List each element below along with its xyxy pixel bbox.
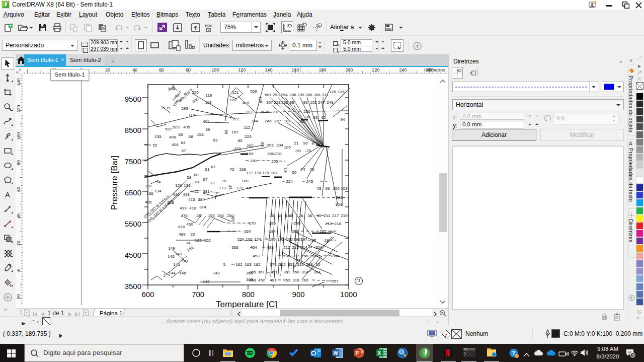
- svg-text:76: 76: [310, 167, 314, 172]
- svg-text:167: 167: [231, 130, 238, 134]
- svg-text:263: 263: [301, 278, 308, 282]
- svg-text:409: 409: [169, 135, 176, 139]
- svg-text:W: W: [334, 350, 339, 356]
- svg-text:240: 240: [399, 67, 407, 73]
- svg-text:59: 59: [206, 127, 210, 132]
- svg-text:60: 60: [159, 67, 164, 73]
- svg-text:559: 559: [250, 89, 257, 94]
- svg-text:179: 179: [262, 171, 269, 175]
- svg-text:-185: -185: [268, 221, 276, 226]
- svg-text:-202: -202: [312, 254, 321, 258]
- svg-text:8500: 8500: [125, 126, 141, 134]
- svg-text:-264: -264: [314, 245, 323, 250]
- svg-text:62: 62: [211, 165, 216, 169]
- svg-text:100: 100: [16, 132, 21, 139]
- svg-text:140: 140: [203, 279, 210, 284]
- svg-text:247: 247: [318, 100, 325, 105]
- svg-text:266: 266: [301, 254, 308, 258]
- svg-text:40: 40: [317, 213, 321, 218]
- svg-text:69: 69: [195, 180, 199, 184]
- svg-text:148: 148: [179, 271, 186, 275]
- svg-text:PS: PS: [464, 348, 467, 351]
- svg-text:223: 223: [245, 134, 252, 139]
- svg-text:121: 121: [232, 90, 239, 95]
- svg-text:84: 84: [224, 129, 229, 134]
- svg-text:87: 87: [312, 141, 316, 146]
- svg-text:365: 365: [249, 270, 256, 274]
- svg-text:366: 366: [231, 245, 238, 250]
- svg-text:-364: -364: [331, 254, 340, 258]
- svg-text:100: 100: [333, 186, 340, 191]
- svg-text:67: 67: [203, 177, 208, 182]
- svg-text:145: 145: [173, 262, 180, 267]
- svg-text:126: 126: [338, 90, 345, 94]
- svg-text:446: 446: [173, 192, 180, 197]
- svg-text:99: 99: [303, 141, 308, 146]
- svg-text:416: 416: [189, 206, 196, 210]
- svg-text:14: 14: [186, 241, 191, 245]
- svg-text:131: 131: [184, 183, 191, 188]
- svg-text:700: 700: [192, 290, 204, 299]
- svg-text:257: 257: [332, 279, 339, 283]
- svg-text:-183: -183: [266, 245, 274, 250]
- svg-text:-208: -208: [290, 229, 299, 234]
- svg-text:141: 141: [182, 259, 189, 263]
- svg-text:129: 129: [175, 183, 182, 188]
- svg-text:220: 220: [372, 67, 379, 73]
- svg-text:362: 362: [279, 262, 286, 267]
- svg-text:5500: 5500: [125, 220, 141, 228]
- svg-text:34: 34: [278, 213, 282, 218]
- svg-text:4500: 4500: [125, 251, 141, 259]
- svg-text:112: 112: [244, 125, 251, 130]
- svg-text:152: 152: [204, 238, 211, 243]
- svg-text:136: 136: [146, 191, 153, 196]
- svg-text:219: 219: [341, 213, 348, 218]
- svg-text:120: 120: [238, 67, 246, 73]
- svg-text:411: 411: [193, 189, 199, 194]
- svg-text:210: 210: [325, 222, 332, 226]
- svg-text:204: 204: [276, 143, 283, 148]
- svg-text:610: 610: [178, 225, 185, 229]
- svg-text:80: 80: [16, 160, 21, 165]
- svg-text:218: 218: [334, 222, 341, 226]
- svg-text:186: 186: [285, 213, 292, 218]
- svg-text:50: 50: [292, 170, 297, 175]
- svg-text:200/201: 200/201: [268, 152, 282, 156]
- svg-text:460: 460: [186, 222, 193, 227]
- svg-text:20: 20: [16, 294, 21, 299]
- svg-text:78: 78: [317, 186, 321, 191]
- svg-text:120: 120: [16, 105, 21, 112]
- svg-text:40: 40: [16, 213, 21, 219]
- svg-text:190: 190: [269, 237, 276, 242]
- svg-text:205: 205: [271, 159, 278, 164]
- svg-text:119: 119: [206, 93, 212, 98]
- svg-text:203: 203: [267, 143, 274, 148]
- svg-text:367: 367: [258, 270, 265, 274]
- svg-text:200: 200: [345, 67, 353, 73]
- svg-text:21: 21: [294, 141, 299, 146]
- svg-text:230: 230: [281, 100, 288, 105]
- svg-text:256: 256: [303, 109, 310, 114]
- svg-text:A: A: [5, 190, 10, 199]
- svg-text:268: 268: [336, 195, 343, 200]
- svg-text:57: 57: [182, 149, 186, 153]
- svg-text:43: 43: [227, 185, 233, 190]
- svg-text:93: 93: [313, 115, 318, 120]
- svg-text:163: 163: [245, 262, 252, 267]
- svg-text:65: 65: [179, 132, 183, 137]
- svg-text:-369: -369: [230, 213, 235, 222]
- svg-text:Pressure [Bar]: Pressure [Bar]: [110, 156, 119, 210]
- svg-text:166: 166: [246, 237, 253, 242]
- svg-text:122: 122: [232, 117, 239, 121]
- svg-text:419: 419: [180, 206, 187, 210]
- svg-text:58: 58: [187, 175, 192, 180]
- svg-text:1000: 1000: [340, 290, 357, 299]
- svg-text:316: 316: [292, 278, 299, 282]
- svg-text:244: 244: [251, 119, 258, 123]
- svg-text:594: 594: [168, 87, 175, 91]
- svg-text:60: 60: [16, 187, 21, 192]
- svg-text:254: 254: [281, 93, 288, 97]
- svg-text:195: 195: [286, 237, 293, 242]
- svg-text:2: 2: [164, 273, 166, 278]
- svg-text:180: 180: [318, 67, 326, 73]
